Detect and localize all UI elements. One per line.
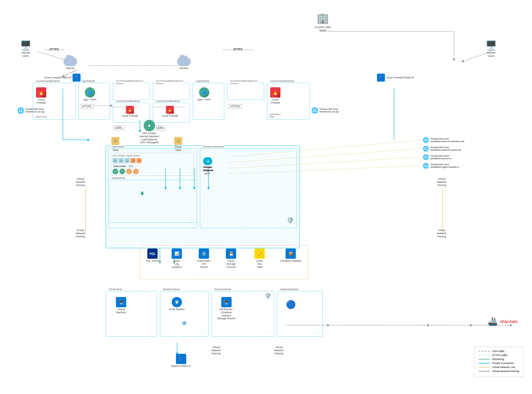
agw-subnet-1: AgwSubnet 🔷 Agw + WAF 〈 〉 [79, 83, 110, 120]
bastion-subnet-box: BastionSubnet 🛡️ Azure Bastion ⊕ 〈 〉 [160, 291, 208, 337]
azure-fw-mgmt-subnet-3: AzureFirewallManagementSubnet [227, 83, 264, 100]
azure-acr-node: 📦 Container Registry [280, 248, 302, 262]
dns-acr-icon: 🌐 [423, 154, 429, 160]
azure-bastion-icon: 🛡️ [172, 297, 182, 307]
ship-hats-node: 🚢 ship-hats [488, 317, 518, 326]
azure-storage-node: 💾 AzureStorageAccount [226, 248, 236, 268]
data-subnet-label: DataSubnet [111, 177, 126, 179]
onprem-label: On-prem data center [311, 26, 334, 32]
node-5: ⬡ [136, 158, 142, 163]
aks-lb-label: AKS ClusterInternal StandardLoad Balance… [139, 132, 159, 144]
internet-cloud-node: Internet [63, 57, 77, 70]
dns-blob-row: 🌐 Private DNS Zoneprivatelink.blob.core.… [423, 137, 464, 143]
legend-vnet-peer-line [479, 371, 490, 371]
azure-keyvault-node: 🔑 AzureKeyVault [254, 248, 265, 268]
k8s-server-label: KubernetesAPIServer [197, 259, 210, 268]
private-dns-internet-node: 🌐 Private DNS ZoneInternet.xxx.xxx.sg [17, 107, 44, 114]
agw-waf-2-icon: 🔷 [199, 87, 209, 98]
gateway-icon: 🔵 [286, 300, 296, 309]
services-box: SQL SQL Server 📊 AzureLogAnalytics ⚙️ Ku… [140, 245, 308, 280]
private-dns-internet-label: Private DNS ZoneInternet.xxx.xxx.sg [25, 108, 44, 113]
azure-fw-subnet-3-label: AzureFirewallSubnet [155, 100, 180, 102]
bracket-runner: 〈 〉 [266, 331, 272, 335]
person-icon: 🖥️ [20, 40, 31, 51]
dns-azmk8s-label: Private DNS Zoneprivatelink.region.azmk8… [431, 163, 459, 168]
azure-fw-subnet-2-label: AzureFirewallSubnet [115, 100, 140, 102]
bracket-1: 〈 〉 [68, 114, 74, 118]
vnet-peer-5-label: VirtualNetworkPeering [211, 346, 221, 355]
private-dns-intranet-label: Private DNS ZoneIntranet.xxx.xxx.sg [320, 108, 338, 113]
bracket-4: 〈 〉 [183, 118, 189, 122]
app-rule-label: ApplicationRule [270, 113, 281, 118]
pods-row-1: Select Node ⬡⬡ [113, 164, 192, 168]
azure-fw-public-ip-label: Azure Firewall Public IP [44, 76, 71, 79]
bastion-public-ip-label: Bastion Public IP [171, 365, 191, 368]
dns-internet-icon: 🌐 [17, 107, 24, 114]
vnet-peer-4-node: VirtualNetworkPeering [437, 228, 446, 238]
bastion-public-ip-icon: 🔵 [176, 354, 186, 364]
pod-icon-1: ⬡ [113, 169, 118, 174]
legend-vnet-peer: Virtual Network Peering [479, 370, 519, 373]
building-icon: 🏢 [316, 11, 330, 25]
sql-server-icon: SQL [147, 248, 158, 259]
azure-fw-mgmt-subnet-3-label: AzureFirewallManagementSubnet [230, 80, 258, 85]
vnet-peer-2-node: VirtualNetworkPeering [76, 228, 85, 238]
azure-log-icon: 📊 [172, 248, 182, 259]
vnet-peer-6-node: VirtualNetworkPeering [274, 345, 284, 355]
legend-https-label: HTTPS traffic [492, 354, 508, 357]
bracket-private-link: 〈 〉 [246, 214, 252, 218]
azure-fw-mgmt-subnet-2-label: AzureFirewallManagementSubnet [155, 80, 184, 85]
agw-waf-2-node: 🔷 Agw + WAF [197, 87, 211, 101]
azure-fw-private-ip-node: 🔵 Azure Firewall Private IP [377, 74, 414, 82]
sql-server-node: SQL SQL Server [146, 248, 159, 262]
bracket-data: 〈 〉 [189, 217, 195, 221]
sql-server-label: SQL Server [146, 259, 159, 262]
legend-vnet-link-label: Virtual Network Link [492, 366, 515, 369]
azure-log-label: AzureLogAnalytics [172, 259, 182, 268]
dns-intranet-icon: 🌐 [311, 107, 318, 114]
legend-private-line [479, 363, 490, 363]
private-dns-intranet-node: 🌐 Private DNS ZoneIntranet.xxx.xxx.sg [311, 107, 338, 114]
private-ep-4-icon: ● [204, 157, 212, 165]
intranet-cloud-icon [177, 57, 191, 66]
azure-fw-mgmt-subnet-1: AzureFirewallManagementSubnet [113, 83, 150, 100]
data-subnet-box: DataSubnet ♦ 〈 〉 [109, 180, 197, 223]
agw-subnet-1-label: AgwSubnet [81, 80, 95, 82]
legend-https-line [479, 355, 490, 355]
internet-cloud-icon [63, 57, 77, 66]
dns-azmk8s-row: 🌐 Private DNS Zoneprivatelink.region.azm… [423, 163, 464, 169]
azure-fw-1-icon: 🔥 [36, 87, 46, 98]
dns-vault-icon: 🌐 [423, 146, 429, 152]
runner-shield-icon: 🛡️ [265, 293, 271, 299]
legend: SSH traffic HTTPS traffic Monitoring Pri… [474, 347, 523, 377]
udrs-label-1: UDRs [113, 126, 125, 130]
vm-runner-icon: 🖥️ [221, 297, 232, 307]
pod-icon-3: ⬡ [126, 169, 132, 174]
azure-fw-4-label: AzureFirewall [271, 98, 280, 104]
azure-fw-1-label: AzureFirewall [37, 98, 45, 104]
legend-ssh-line [479, 351, 490, 351]
bracket-infra: 〈 〉 [149, 331, 155, 335]
vm-runner-node: 🖥️ VM Runner /ContainerInstanceStorage R… [217, 297, 236, 320]
dns-azmk8s-icon: 🌐 [423, 163, 429, 169]
azure-bastion-label: Azure Bastion [169, 308, 185, 311]
vnet-peer-1-label: VirtualNetworkPeering [76, 177, 85, 187]
bracket-gateway: 〈···〉 [314, 331, 321, 335]
pod-2: ⬡⬡ [128, 164, 134, 168]
bracket-bastion: 〈 〉 [201, 331, 207, 335]
bastion-public-ip-node: 🔵 Bastion Public IP [171, 354, 191, 368]
azure-fw-mgmt-subnet-2: AzureFirewallManagementSubnet [153, 83, 190, 100]
bastion-circle-icon: ⊕ [182, 320, 187, 326]
legend-monitor-line [479, 359, 490, 359]
data-diamond-node: ♦ [140, 189, 144, 198]
legend-vnet-link-line [479, 367, 490, 367]
private-ep-4-label: PrivateEndpoint [203, 166, 213, 172]
vnet-peer-3-node: VirtualNetworkPeering [437, 177, 446, 187]
vnet-peer-6-label: VirtualNetworkPeering [274, 346, 284, 355]
intranet-users-node: 🖥️ IntranetUsers [485, 40, 497, 58]
azure-fw-mgmt-subnet-1-label: AzureFirewallManagementSubnet [115, 80, 144, 85]
k8s-server-node: ⚙️ KubernetesAPIServer [197, 248, 210, 268]
gateway-node: 🔵 [286, 300, 296, 309]
runner-subnet-box: RunnerSubnet 🛡️ 🖥️ VM Runner /ContainerI… [211, 291, 274, 337]
vnet-peer-4-label: VirtualNetworkPeering [437, 229, 446, 238]
